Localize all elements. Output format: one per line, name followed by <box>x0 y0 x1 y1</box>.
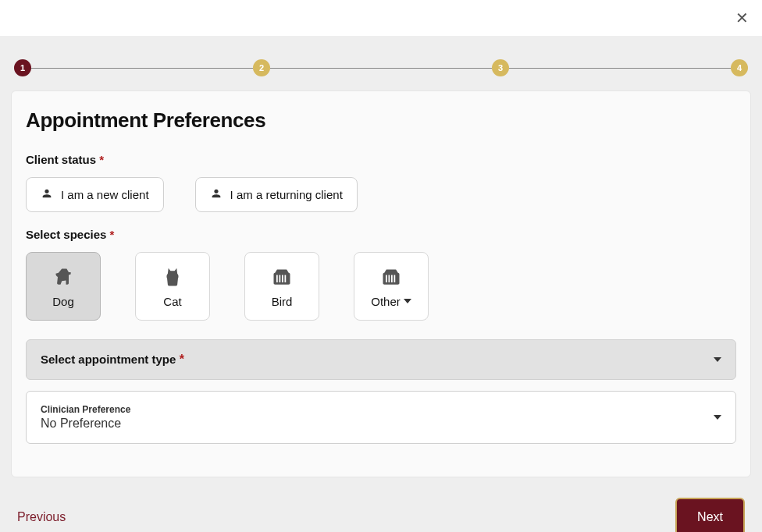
carrier-icon <box>379 265 403 289</box>
previous-button[interactable]: Previous <box>17 510 66 524</box>
new-client-button[interactable]: I am a new client <box>26 177 164 212</box>
step-line <box>270 68 492 69</box>
page-title: Appointment Preferences <box>26 108 736 133</box>
client-status-label-text: Client status <box>26 153 96 166</box>
species-bird-label: Bird <box>272 295 293 308</box>
species-other-label: Other <box>371 295 401 308</box>
step-line <box>509 68 731 69</box>
species-bird[interactable]: Bird <box>244 252 319 321</box>
progress-stepper: 1 2 3 4 <box>0 36 762 76</box>
appointment-type-select[interactable]: Select appointment type * <box>26 339 736 380</box>
species-cat[interactable]: Cat <box>135 252 210 321</box>
carrier-icon <box>270 265 294 289</box>
client-status-label: Client status * <box>26 153 736 166</box>
returning-client-label: I am a returning client <box>230 188 343 201</box>
next-button[interactable]: Next <box>675 498 745 532</box>
step-4: 4 <box>731 59 748 76</box>
species-dog-label: Dog <box>52 295 74 308</box>
dog-icon <box>52 265 75 289</box>
person-icon <box>41 187 53 202</box>
required-marker: * <box>99 153 104 166</box>
step-3: 3 <box>492 59 509 76</box>
required-marker: * <box>180 353 184 366</box>
species-label-text: Select species <box>26 228 106 241</box>
clinician-preference-value: No Preference <box>41 417 130 431</box>
species-other[interactable]: Other <box>354 252 429 321</box>
species-label: Select species * <box>26 228 736 241</box>
caret-down-icon <box>714 415 721 420</box>
cat-icon <box>161 265 184 289</box>
new-client-label: I am a new client <box>61 188 149 201</box>
caret-down-icon <box>404 299 411 303</box>
species-dog[interactable]: Dog <box>26 252 101 321</box>
person-icon <box>210 187 223 202</box>
form-card: Appointment Preferences Client status * … <box>11 90 751 477</box>
close-icon[interactable]: ✕ <box>732 9 751 27</box>
required-marker: * <box>110 228 115 241</box>
clinician-preference-select[interactable]: Clinician Preference No Preference <box>26 391 736 444</box>
step-line <box>31 68 253 69</box>
step-2: 2 <box>253 59 270 76</box>
species-cat-label: Cat <box>163 295 181 308</box>
clinician-preference-label: Clinician Preference <box>41 404 130 415</box>
returning-client-button[interactable]: I am a returning client <box>195 177 358 212</box>
appointment-type-placeholder: Select appointment type <box>41 353 176 366</box>
caret-down-icon <box>714 357 721 362</box>
step-1: 1 <box>14 59 31 76</box>
